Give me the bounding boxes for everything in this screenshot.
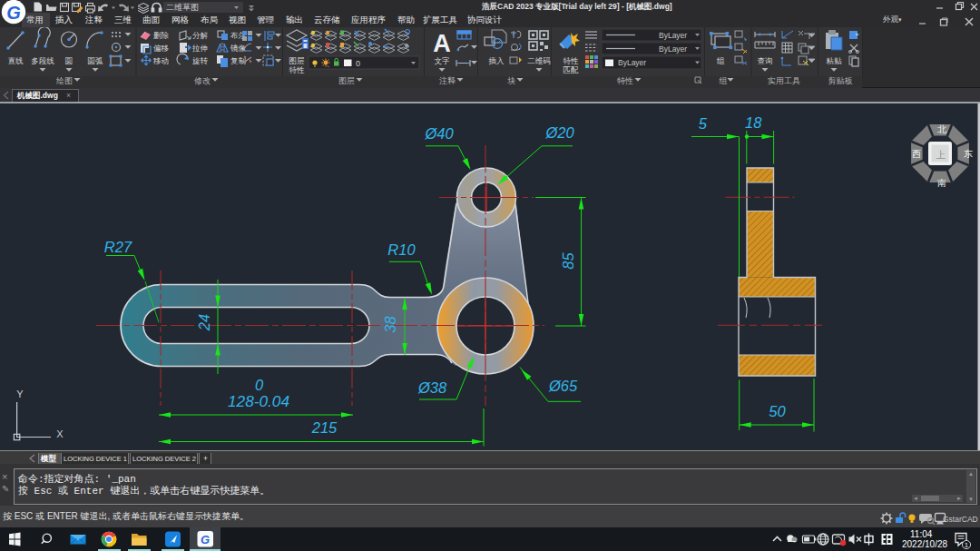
svg-text:Ø38: Ø38 (417, 379, 447, 396)
svg-text:北: 北 (937, 124, 947, 134)
svg-text:G: G (201, 533, 210, 546)
svg-text:18: 18 (745, 114, 762, 131)
svg-text:块: 块 (507, 76, 516, 85)
svg-text:旋转: 旋转 (192, 56, 209, 65)
svg-text:拉伸: 拉伸 (191, 44, 208, 53)
svg-text:复制: 复制 (230, 56, 247, 65)
svg-text:圆: 圆 (65, 56, 74, 65)
svg-text:GstarCAD: GstarCAD (943, 515, 978, 524)
svg-text:图层: 图层 (338, 76, 355, 85)
svg-text:分解: 分解 (192, 31, 209, 40)
svg-text:X: X (56, 428, 64, 439)
svg-text:注释: 注释 (439, 76, 456, 85)
svg-text:移动: 移动 (152, 56, 169, 65)
svg-text:文字: 文字 (435, 56, 451, 65)
svg-text:粘贴: 粘贴 (827, 56, 843, 65)
svg-text:修改: 修改 (194, 76, 211, 85)
svg-text:剪贴板: 剪贴板 (828, 76, 853, 85)
svg-text:绘图: 绘图 (56, 76, 73, 85)
svg-text:0: 0 (255, 377, 264, 393)
svg-text:128-0.04: 128-0.04 (228, 393, 289, 409)
svg-text:查询: 查询 (758, 56, 773, 65)
svg-text:偏移: 偏移 (153, 44, 169, 53)
svg-text:5: 5 (699, 115, 708, 132)
svg-text:组: 组 (717, 56, 725, 65)
svg-text:0: 0 (356, 59, 360, 68)
svg-text:ByLayer: ByLayer (659, 44, 687, 54)
svg-text:上: 上 (936, 149, 946, 160)
svg-text:Y: Y (16, 389, 24, 399)
svg-text:圆弧: 圆弧 (88, 56, 104, 65)
svg-text:Ø20: Ø20 (544, 124, 574, 141)
svg-text:图层: 图层 (289, 56, 306, 65)
svg-text:Ø65: Ø65 (548, 378, 578, 394)
svg-text:组: 组 (720, 76, 728, 85)
svg-text:50: 50 (769, 403, 786, 419)
svg-text:特性: 特性 (289, 65, 306, 74)
svg-text:ByLayer: ByLayer (618, 58, 646, 67)
svg-text:南: 南 (937, 178, 946, 188)
svg-text:A: A (433, 30, 451, 57)
svg-text:38: 38 (382, 316, 398, 333)
svg-text:特性: 特性 (617, 76, 633, 85)
svg-text:Ø40: Ø40 (424, 125, 454, 142)
svg-text:R27: R27 (104, 239, 132, 255)
svg-text:西: 西 (912, 149, 921, 159)
svg-text:多段线: 多段线 (31, 56, 54, 65)
svg-text:24: 24 (196, 314, 212, 331)
svg-text:匹配: 匹配 (564, 65, 580, 74)
svg-text:删除: 删除 (153, 31, 170, 40)
svg-text:G: G (6, 3, 21, 23)
svg-text:直线: 直线 (8, 56, 24, 65)
svg-text:镜像: 镜像 (230, 44, 247, 53)
svg-text:1: 1 (965, 541, 969, 549)
svg-text:东: 东 (964, 149, 973, 159)
svg-text:插入: 插入 (488, 56, 505, 65)
svg-text:85: 85 (560, 252, 576, 270)
svg-text:R10: R10 (387, 241, 416, 258)
svg-text:实用工具: 实用工具 (768, 76, 800, 85)
svg-text:二维码: 二维码 (527, 56, 551, 65)
svg-text:215: 215 (311, 419, 338, 436)
svg-text:ByLayer: ByLayer (659, 31, 687, 40)
svg-text:二维草图: 二维草图 (166, 3, 199, 12)
svg-text:特性: 特性 (564, 56, 580, 65)
